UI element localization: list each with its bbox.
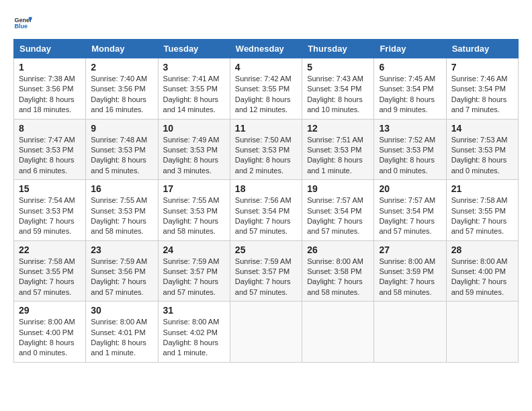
calendar-cell: 2 Sunrise: 7:40 AM Sunset: 3:56 PM Dayli… <box>86 58 158 120</box>
day-info: Sunrise: 8:00 AM Sunset: 4:02 PM Dayligh… <box>163 317 225 359</box>
day-info: Sunrise: 8:00 AM Sunset: 4:00 PM Dayligh… <box>451 257 513 298</box>
day-info: Sunrise: 7:41 AM Sunset: 3:55 PM Dayligh… <box>163 74 225 116</box>
calendar-body: 1 Sunrise: 7:38 AM Sunset: 3:56 PM Dayli… <box>14 58 519 363</box>
calendar-cell: 4 Sunrise: 7:42 AM Sunset: 3:55 PM Dayli… <box>230 58 302 120</box>
day-info: Sunrise: 7:55 AM Sunset: 3:53 PM Dayligh… <box>163 195 225 237</box>
calendar-day-header: Wednesday <box>230 40 302 58</box>
calendar-cell: 17 Sunrise: 7:55 AM Sunset: 3:53 PM Dayl… <box>158 180 230 241</box>
day-info: Sunrise: 7:52 AM Sunset: 3:53 PM Dayligh… <box>379 135 441 177</box>
calendar-cell: 18 Sunrise: 7:56 AM Sunset: 3:54 PM Dayl… <box>230 180 302 241</box>
day-number: 8 <box>19 123 81 134</box>
day-info: Sunrise: 7:59 AM Sunset: 3:56 PM Dayligh… <box>91 257 152 298</box>
calendar-day-header: Friday <box>374 40 446 58</box>
calendar-cell: 29 Sunrise: 8:00 AM Sunset: 4:00 PM Dayl… <box>14 302 86 363</box>
day-number: 13 <box>379 123 441 134</box>
day-number: 12 <box>307 123 369 134</box>
day-info: Sunrise: 7:49 AM Sunset: 3:53 PM Dayligh… <box>163 135 225 177</box>
day-info: Sunrise: 8:00 AM Sunset: 4:01 PM Dayligh… <box>91 317 152 359</box>
logo-icon: General Blue <box>13 13 32 32</box>
calendar-cell: 9 Sunrise: 7:48 AM Sunset: 3:53 PM Dayli… <box>86 119 158 180</box>
day-number: 18 <box>235 183 297 194</box>
day-info: Sunrise: 7:45 AM Sunset: 3:54 PM Dayligh… <box>379 74 441 116</box>
day-info: Sunrise: 7:47 AM Sunset: 3:53 PM Dayligh… <box>19 135 81 177</box>
calendar-cell <box>446 302 518 363</box>
calendar-day-header: Saturday <box>446 40 518 58</box>
day-info: Sunrise: 7:57 AM Sunset: 3:54 PM Dayligh… <box>379 195 441 237</box>
day-number: 14 <box>451 123 513 134</box>
calendar-day-header: Tuesday <box>158 40 230 58</box>
svg-text:Blue: Blue <box>14 23 28 30</box>
day-info: Sunrise: 7:56 AM Sunset: 3:54 PM Dayligh… <box>235 195 297 237</box>
calendar-cell: 30 Sunrise: 8:00 AM Sunset: 4:01 PM Dayl… <box>86 302 158 363</box>
calendar-day-header: Sunday <box>14 40 86 58</box>
calendar-table: SundayMondayTuesdayWednesdayThursdayFrid… <box>13 39 519 363</box>
day-info: Sunrise: 7:54 AM Sunset: 3:53 PM Dayligh… <box>19 195 81 237</box>
calendar-cell <box>230 302 302 363</box>
day-number: 6 <box>379 62 441 73</box>
day-number: 25 <box>235 244 297 255</box>
calendar-cell: 27 Sunrise: 8:00 AM Sunset: 3:59 PM Dayl… <box>374 240 446 302</box>
calendar-cell: 24 Sunrise: 7:59 AM Sunset: 3:57 PM Dayl… <box>158 240 230 302</box>
day-info: Sunrise: 7:48 AM Sunset: 3:53 PM Dayligh… <box>91 135 152 177</box>
calendar-cell: 20 Sunrise: 7:57 AM Sunset: 3:54 PM Dayl… <box>374 180 446 241</box>
calendar-week-row: 29 Sunrise: 8:00 AM Sunset: 4:00 PM Dayl… <box>14 302 519 363</box>
day-number: 4 <box>235 62 297 73</box>
calendar-cell: 19 Sunrise: 7:57 AM Sunset: 3:54 PM Dayl… <box>302 180 374 241</box>
day-number: 20 <box>379 183 441 194</box>
day-number: 15 <box>19 183 81 194</box>
day-number: 22 <box>19 244 81 255</box>
calendar-cell: 6 Sunrise: 7:45 AM Sunset: 3:54 PM Dayli… <box>374 58 446 120</box>
calendar-cell: 21 Sunrise: 7:58 AM Sunset: 3:55 PM Dayl… <box>446 180 518 241</box>
day-info: Sunrise: 7:38 AM Sunset: 3:56 PM Dayligh… <box>19 74 81 116</box>
day-number: 11 <box>235 123 297 134</box>
calendar-cell: 22 Sunrise: 7:58 AM Sunset: 3:55 PM Dayl… <box>14 240 86 302</box>
day-info: Sunrise: 8:00 AM Sunset: 4:00 PM Dayligh… <box>19 317 81 359</box>
calendar-cell: 31 Sunrise: 8:00 AM Sunset: 4:02 PM Dayl… <box>158 302 230 363</box>
calendar-cell: 16 Sunrise: 7:55 AM Sunset: 3:53 PM Dayl… <box>86 180 158 241</box>
day-number: 28 <box>451 244 513 255</box>
logo: General Blue <box>13 13 32 32</box>
day-number: 3 <box>163 62 225 73</box>
day-info: Sunrise: 7:42 AM Sunset: 3:55 PM Dayligh… <box>235 74 297 116</box>
day-number: 29 <box>19 305 81 316</box>
day-info: Sunrise: 7:55 AM Sunset: 3:53 PM Dayligh… <box>91 195 152 237</box>
day-number: 27 <box>379 244 441 255</box>
day-number: 9 <box>91 123 152 134</box>
calendar-cell: 8 Sunrise: 7:47 AM Sunset: 3:53 PM Dayli… <box>14 119 86 180</box>
day-info: Sunrise: 7:59 AM Sunset: 3:57 PM Dayligh… <box>163 257 225 298</box>
day-info: Sunrise: 7:58 AM Sunset: 3:55 PM Dayligh… <box>451 195 513 237</box>
calendar-cell <box>374 302 446 363</box>
day-number: 24 <box>163 244 225 255</box>
day-info: Sunrise: 7:53 AM Sunset: 3:53 PM Dayligh… <box>451 135 513 177</box>
calendar-week-row: 1 Sunrise: 7:38 AM Sunset: 3:56 PM Dayli… <box>14 58 519 120</box>
day-number: 21 <box>451 183 513 194</box>
day-number: 26 <box>307 244 369 255</box>
calendar-cell: 12 Sunrise: 7:51 AM Sunset: 3:53 PM Dayl… <box>302 119 374 180</box>
day-number: 17 <box>163 183 225 194</box>
day-number: 5 <box>307 62 369 73</box>
day-info: Sunrise: 7:43 AM Sunset: 3:54 PM Dayligh… <box>307 74 369 116</box>
calendar-day-header: Monday <box>86 40 158 58</box>
calendar-cell <box>302 302 374 363</box>
day-info: Sunrise: 7:40 AM Sunset: 3:56 PM Dayligh… <box>91 74 152 116</box>
day-info: Sunrise: 7:57 AM Sunset: 3:54 PM Dayligh… <box>307 195 369 237</box>
calendar-cell: 13 Sunrise: 7:52 AM Sunset: 3:53 PM Dayl… <box>374 119 446 180</box>
calendar-cell: 10 Sunrise: 7:49 AM Sunset: 3:53 PM Dayl… <box>158 119 230 180</box>
day-number: 30 <box>91 305 152 316</box>
calendar-cell: 1 Sunrise: 7:38 AM Sunset: 3:56 PM Dayli… <box>14 58 86 120</box>
calendar-week-row: 15 Sunrise: 7:54 AM Sunset: 3:53 PM Dayl… <box>14 180 519 241</box>
calendar-cell: 14 Sunrise: 7:53 AM Sunset: 3:53 PM Dayl… <box>446 119 518 180</box>
day-number: 16 <box>91 183 152 194</box>
calendar-week-row: 8 Sunrise: 7:47 AM Sunset: 3:53 PM Dayli… <box>14 119 519 180</box>
day-info: Sunrise: 8:00 AM Sunset: 3:58 PM Dayligh… <box>307 257 369 298</box>
day-info: Sunrise: 7:58 AM Sunset: 3:55 PM Dayligh… <box>19 257 81 298</box>
calendar-header-row: SundayMondayTuesdayWednesdayThursdayFrid… <box>14 40 519 58</box>
calendar-cell: 3 Sunrise: 7:41 AM Sunset: 3:55 PM Dayli… <box>158 58 230 120</box>
calendar-cell: 26 Sunrise: 8:00 AM Sunset: 3:58 PM Dayl… <box>302 240 374 302</box>
calendar-cell: 7 Sunrise: 7:46 AM Sunset: 3:54 PM Dayli… <box>446 58 518 120</box>
page-header: General Blue <box>13 13 519 32</box>
day-info: Sunrise: 7:59 AM Sunset: 3:57 PM Dayligh… <box>235 257 297 298</box>
calendar-cell: 25 Sunrise: 7:59 AM Sunset: 3:57 PM Dayl… <box>230 240 302 302</box>
day-info: Sunrise: 7:50 AM Sunset: 3:53 PM Dayligh… <box>235 135 297 177</box>
calendar-cell: 5 Sunrise: 7:43 AM Sunset: 3:54 PM Dayli… <box>302 58 374 120</box>
